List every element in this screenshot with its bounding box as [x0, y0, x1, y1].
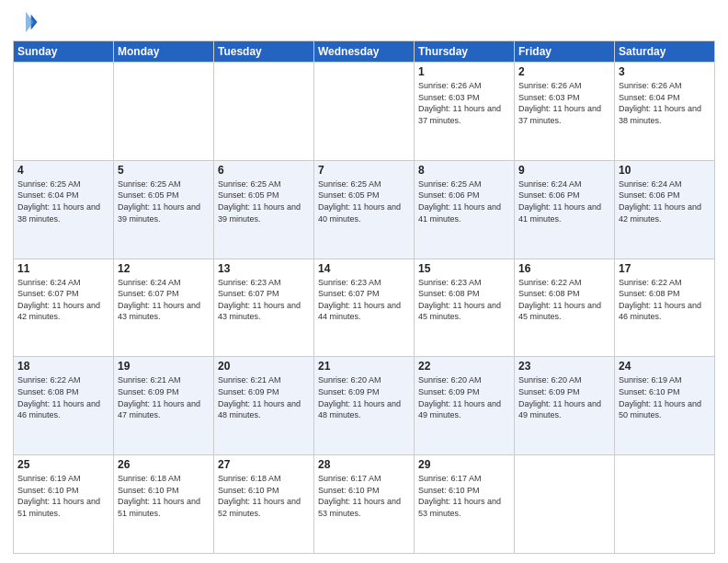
day-info: Sunrise: 6:21 AM Sunset: 6:09 PM Dayligh…: [118, 374, 210, 420]
day-number: 7: [318, 164, 410, 177]
calendar-cell: 12Sunrise: 6:24 AM Sunset: 6:07 PM Dayli…: [114, 259, 214, 357]
calendar-cell: 29Sunrise: 6:17 AM Sunset: 6:10 PM Dayli…: [415, 455, 515, 554]
day-number: 1: [418, 65, 510, 78]
calendar-cell: 15Sunrise: 6:23 AM Sunset: 6:08 PM Dayli…: [415, 259, 515, 357]
day-info: Sunrise: 6:23 AM Sunset: 6:08 PM Dayligh…: [418, 277, 510, 323]
calendar-cell: 28Sunrise: 6:17 AM Sunset: 6:10 PM Dayli…: [314, 455, 415, 554]
calendar-cell: 27Sunrise: 6:18 AM Sunset: 6:10 PM Dayli…: [214, 455, 314, 554]
day-number: 20: [218, 360, 310, 373]
calendar-cell: 18Sunrise: 6:22 AM Sunset: 6:08 PM Dayli…: [14, 357, 114, 455]
day-number: 5: [118, 164, 210, 177]
day-number: 10: [619, 164, 711, 177]
calendar-cell: [214, 63, 314, 161]
calendar-cell: 3Sunrise: 6:26 AM Sunset: 6:04 PM Daylig…: [615, 63, 715, 161]
calendar-cell: 25Sunrise: 6:19 AM Sunset: 6:10 PM Dayli…: [14, 455, 114, 554]
day-number: 13: [218, 262, 310, 275]
calendar-cell: 16Sunrise: 6:22 AM Sunset: 6:08 PM Dayli…: [515, 259, 615, 357]
calendar-cell: 21Sunrise: 6:20 AM Sunset: 6:09 PM Dayli…: [314, 357, 415, 455]
day-number: 2: [518, 65, 610, 78]
day-info: Sunrise: 6:23 AM Sunset: 6:07 PM Dayligh…: [318, 277, 410, 323]
day-info: Sunrise: 6:22 AM Sunset: 6:08 PM Dayligh…: [518, 277, 610, 323]
calendar-week-1: 4Sunrise: 6:25 AM Sunset: 6:04 PM Daylig…: [14, 160, 715, 259]
calendar-cell: 14Sunrise: 6:23 AM Sunset: 6:07 PM Dayli…: [314, 259, 415, 357]
col-header-wednesday: Wednesday: [314, 41, 415, 63]
day-info: Sunrise: 6:24 AM Sunset: 6:07 PM Dayligh…: [17, 277, 109, 323]
day-info: Sunrise: 6:18 AM Sunset: 6:10 PM Dayligh…: [118, 473, 210, 519]
day-info: Sunrise: 6:25 AM Sunset: 6:05 PM Dayligh…: [118, 178, 210, 224]
day-number: 18: [17, 360, 109, 373]
calendar-cell: 8Sunrise: 6:25 AM Sunset: 6:06 PM Daylig…: [415, 160, 515, 259]
calendar-cell: [515, 455, 615, 554]
day-info: Sunrise: 6:21 AM Sunset: 6:09 PM Dayligh…: [218, 374, 310, 420]
day-number: 24: [619, 360, 711, 373]
calendar-cell: 9Sunrise: 6:24 AM Sunset: 6:06 PM Daylig…: [515, 160, 615, 259]
calendar-week-3: 18Sunrise: 6:22 AM Sunset: 6:08 PM Dayli…: [14, 357, 715, 455]
day-info: Sunrise: 6:22 AM Sunset: 6:08 PM Dayligh…: [619, 277, 711, 323]
calendar-cell: 17Sunrise: 6:22 AM Sunset: 6:08 PM Dayli…: [615, 259, 715, 357]
col-header-sunday: Sunday: [14, 41, 114, 63]
calendar-cell: 26Sunrise: 6:18 AM Sunset: 6:10 PM Dayli…: [114, 455, 214, 554]
day-info: Sunrise: 6:25 AM Sunset: 6:05 PM Dayligh…: [318, 178, 410, 224]
day-info: Sunrise: 6:25 AM Sunset: 6:05 PM Dayligh…: [218, 178, 310, 224]
calendar-cell: 22Sunrise: 6:20 AM Sunset: 6:09 PM Dayli…: [415, 357, 515, 455]
day-info: Sunrise: 6:20 AM Sunset: 6:09 PM Dayligh…: [518, 374, 610, 420]
day-info: Sunrise: 6:18 AM Sunset: 6:10 PM Dayligh…: [218, 473, 310, 519]
calendar-cell: 4Sunrise: 6:25 AM Sunset: 6:04 PM Daylig…: [14, 160, 114, 259]
day-number: 16: [518, 262, 610, 275]
day-number: 14: [318, 262, 410, 275]
calendar-header-row: SundayMondayTuesdayWednesdayThursdayFrid…: [14, 41, 715, 63]
calendar-cell: [314, 63, 415, 161]
day-number: 12: [118, 262, 210, 275]
day-info: Sunrise: 6:22 AM Sunset: 6:08 PM Dayligh…: [17, 374, 109, 420]
calendar-table: SundayMondayTuesdayWednesdayThursdayFrid…: [13, 40, 715, 554]
day-info: Sunrise: 6:24 AM Sunset: 6:06 PM Dayligh…: [518, 178, 610, 224]
day-number: 3: [619, 65, 711, 78]
col-header-saturday: Saturday: [615, 41, 715, 63]
logo: [13, 9, 42, 35]
day-number: 21: [318, 360, 410, 373]
calendar-week-0: 1Sunrise: 6:26 AM Sunset: 6:03 PM Daylig…: [14, 63, 715, 161]
day-info: Sunrise: 6:23 AM Sunset: 6:07 PM Dayligh…: [218, 277, 310, 323]
day-number: 15: [418, 262, 510, 275]
calendar-cell: 7Sunrise: 6:25 AM Sunset: 6:05 PM Daylig…: [314, 160, 415, 259]
day-number: 28: [318, 458, 410, 471]
day-info: Sunrise: 6:19 AM Sunset: 6:10 PM Dayligh…: [17, 473, 109, 519]
svg-marker-1: [26, 12, 33, 32]
day-number: 22: [418, 360, 510, 373]
day-info: Sunrise: 6:20 AM Sunset: 6:09 PM Dayligh…: [418, 374, 510, 420]
day-number: 27: [218, 458, 310, 471]
col-header-monday: Monday: [114, 41, 214, 63]
calendar-week-4: 25Sunrise: 6:19 AM Sunset: 6:10 PM Dayli…: [14, 455, 715, 554]
day-number: 26: [118, 458, 210, 471]
day-number: 4: [17, 164, 109, 177]
day-info: Sunrise: 6:25 AM Sunset: 6:04 PM Dayligh…: [17, 178, 109, 224]
calendar-cell: [114, 63, 214, 161]
day-info: Sunrise: 6:24 AM Sunset: 6:07 PM Dayligh…: [118, 277, 210, 323]
day-number: 9: [518, 164, 610, 177]
calendar-cell: 2Sunrise: 6:26 AM Sunset: 6:03 PM Daylig…: [515, 63, 615, 161]
calendar-cell: 23Sunrise: 6:20 AM Sunset: 6:09 PM Dayli…: [515, 357, 615, 455]
day-number: 8: [418, 164, 510, 177]
calendar-cell: [615, 455, 715, 554]
day-info: Sunrise: 6:24 AM Sunset: 6:06 PM Dayligh…: [619, 178, 711, 224]
day-number: 23: [518, 360, 610, 373]
day-info: Sunrise: 6:25 AM Sunset: 6:06 PM Dayligh…: [418, 178, 510, 224]
day-number: 19: [118, 360, 210, 373]
day-info: Sunrise: 6:20 AM Sunset: 6:09 PM Dayligh…: [318, 374, 410, 420]
calendar-cell: 13Sunrise: 6:23 AM Sunset: 6:07 PM Dayli…: [214, 259, 314, 357]
calendar-cell: 24Sunrise: 6:19 AM Sunset: 6:10 PM Dayli…: [615, 357, 715, 455]
day-number: 29: [418, 458, 510, 471]
calendar-cell: 1Sunrise: 6:26 AM Sunset: 6:03 PM Daylig…: [415, 63, 515, 161]
calendar-cell: 11Sunrise: 6:24 AM Sunset: 6:07 PM Dayli…: [14, 259, 114, 357]
day-info: Sunrise: 6:17 AM Sunset: 6:10 PM Dayligh…: [418, 473, 510, 519]
day-number: 17: [619, 262, 711, 275]
calendar-week-2: 11Sunrise: 6:24 AM Sunset: 6:07 PM Dayli…: [14, 259, 715, 357]
day-number: 11: [17, 262, 109, 275]
calendar-cell: 19Sunrise: 6:21 AM Sunset: 6:09 PM Dayli…: [114, 357, 214, 455]
day-info: Sunrise: 6:19 AM Sunset: 6:10 PM Dayligh…: [619, 374, 711, 420]
calendar-cell: 6Sunrise: 6:25 AM Sunset: 6:05 PM Daylig…: [214, 160, 314, 259]
page: SundayMondayTuesdayWednesdayThursdayFrid…: [0, 0, 728, 563]
day-number: 25: [17, 458, 109, 471]
calendar-cell: [14, 63, 114, 161]
calendar-cell: 20Sunrise: 6:21 AM Sunset: 6:09 PM Dayli…: [214, 357, 314, 455]
